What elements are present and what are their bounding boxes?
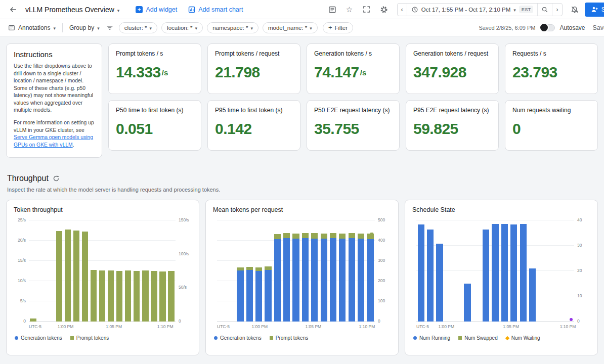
bar-segment bbox=[358, 239, 364, 322]
scorecard: Prompt tokens / request21.798 bbox=[207, 43, 300, 94]
bar-slot bbox=[29, 220, 37, 322]
bar-stack bbox=[265, 266, 271, 322]
bar-slot bbox=[546, 220, 555, 322]
annotations-button[interactable]: Annotations bbox=[5, 22, 59, 33]
bar-segment bbox=[302, 238, 309, 322]
y-axis-label: 50/s bbox=[179, 285, 187, 290]
scorecard-value-row: 14.333/s bbox=[116, 64, 194, 81]
bar-slot bbox=[435, 220, 444, 322]
bar bbox=[492, 224, 498, 322]
add-widget-label: Add widget bbox=[146, 6, 177, 13]
scorecard-label: Num requests waiting bbox=[512, 107, 590, 114]
back-button[interactable] bbox=[6, 3, 20, 17]
autosave-toggle[interactable] bbox=[540, 24, 555, 31]
square-marker bbox=[270, 336, 273, 340]
bar-slot bbox=[519, 220, 528, 322]
add-smart-chart-button[interactable]: Add smart chart bbox=[184, 4, 247, 15]
section-sync-icon[interactable] bbox=[53, 175, 60, 182]
dashboard-body: Instructions Use the filter dropdowns ab… bbox=[0, 36, 604, 364]
bars-layer bbox=[29, 220, 176, 322]
instructions-body: Use the filter dropdowns above to drill … bbox=[14, 63, 95, 114]
notifications-off-button[interactable] bbox=[568, 3, 582, 17]
group-by-button[interactable]: Group by bbox=[66, 22, 103, 33]
bar bbox=[82, 232, 88, 322]
throughput-section-header: Throughput Inspect the rate at which the… bbox=[6, 174, 598, 193]
legend-item[interactable]: Num Swapped bbox=[458, 335, 498, 341]
plot-area: UTC-51:00 PM1:05 PM1:10 PM bbox=[416, 220, 574, 322]
dashboard-title-menu[interactable]: vLLM Prometheus Overview bbox=[23, 5, 121, 15]
bar-stack bbox=[274, 234, 281, 322]
add-widget-button[interactable]: Add widget bbox=[132, 4, 181, 15]
scorecard-value-row: 0.051 bbox=[116, 120, 194, 138]
bar-segment bbox=[321, 234, 327, 239]
share-button[interactable]: Share bbox=[585, 3, 604, 17]
legend-label: Num Running bbox=[419, 335, 450, 341]
y-axis-right: 050/s100/s150/s bbox=[176, 220, 192, 322]
bar bbox=[142, 270, 148, 322]
bar-slot bbox=[141, 220, 150, 322]
bar-slot bbox=[158, 220, 167, 322]
bar-segment bbox=[237, 270, 243, 322]
bar bbox=[151, 271, 157, 322]
scorecard-label: Requests / s bbox=[512, 50, 590, 57]
dashboard-list-button[interactable] bbox=[325, 3, 339, 17]
x-axis-label: 1:10 PM bbox=[359, 324, 375, 329]
time-range-button[interactable]: Oct 17, 1:55 PM - Oct 17, 2:10 PM EST bbox=[407, 4, 537, 16]
bar-slot bbox=[264, 220, 273, 322]
bar-slot bbox=[254, 220, 263, 322]
scorecard-value: 14.333 bbox=[116, 64, 161, 81]
chevron-left-icon bbox=[401, 6, 403, 13]
legend-label: Num Swapped bbox=[464, 335, 498, 341]
bar-slot bbox=[482, 220, 491, 322]
instructions-link[interactable]: Serve Gemma open models using GPUs on GK… bbox=[14, 134, 93, 148]
chart-legend: Generation tokensPrompt tokens bbox=[14, 335, 192, 341]
legend-item[interactable]: Generation tokens bbox=[15, 335, 62, 341]
filter-chip[interactable]: location: * bbox=[161, 22, 203, 33]
scorecard-value-row: 23.793 bbox=[512, 64, 590, 81]
bar-slot bbox=[366, 220, 375, 322]
save-button[interactable]: Save bbox=[590, 24, 604, 32]
filter-chip[interactable]: cluster: * bbox=[119, 22, 157, 33]
chart-legend: Generation tokensPrompt tokens bbox=[213, 335, 391, 341]
filter-chips: cluster: *location: *namespace: *model_n… bbox=[117, 22, 320, 33]
chart-title: Mean tokens per request bbox=[213, 206, 391, 213]
filter-chip[interactable]: namespace: * bbox=[207, 22, 258, 33]
scorecard-label: P95 E2E request latency (s) bbox=[413, 107, 491, 114]
time-next-button[interactable] bbox=[552, 4, 562, 16]
legend-item[interactable]: Num Running bbox=[413, 335, 450, 341]
scorecard-value-row: 0 bbox=[512, 120, 590, 138]
legend-item[interactable]: Prompt tokens bbox=[70, 335, 109, 341]
chevron-down-icon bbox=[150, 25, 152, 31]
bar bbox=[510, 224, 517, 322]
chart-legend: Num RunningNum SwappedNum Waiting bbox=[412, 335, 590, 341]
bar-slot bbox=[310, 220, 319, 322]
add-filter-button[interactable]: Filter bbox=[323, 22, 353, 33]
y-axis-label: 10 bbox=[577, 293, 582, 298]
y-axis-left: 05/s10/s15/s20/s25/s bbox=[14, 220, 29, 322]
favorite-button[interactable]: ☆ bbox=[342, 3, 357, 17]
time-search-button[interactable] bbox=[537, 4, 552, 16]
star-icon: ☆ bbox=[346, 6, 353, 13]
legend-item[interactable]: Generation tokens bbox=[214, 335, 262, 341]
legend-item[interactable]: Prompt tokens bbox=[270, 335, 308, 341]
scorecard-label: Generation tokens / request bbox=[413, 50, 491, 57]
bar-slot bbox=[133, 220, 141, 322]
time-prev-button[interactable] bbox=[398, 4, 407, 16]
instructions-more-prefix: For more information on setting up vLLM … bbox=[14, 120, 94, 133]
annotations-icon bbox=[8, 24, 15, 31]
legend-item[interactable]: Num Waiting bbox=[506, 335, 540, 341]
filter-chip[interactable]: model_name: * bbox=[263, 22, 318, 33]
scorecard-value: 347.928 bbox=[413, 64, 466, 81]
group-by-label: Group by bbox=[69, 24, 94, 31]
y-axis-label: 100/s bbox=[179, 251, 189, 256]
saved-status: Saved 2/8/25, 6:09 PM bbox=[479, 25, 536, 31]
time-range-label: Oct 17, 1:55 PM - Oct 17, 2:10 PM bbox=[421, 7, 510, 13]
bar-stack bbox=[358, 234, 364, 322]
scorecard-label: Generation tokens / s bbox=[314, 50, 392, 57]
y-axis-label: 20/s bbox=[18, 238, 26, 243]
fullscreen-button[interactable] bbox=[360, 3, 374, 17]
scorecard: P50 time to first token (s)0.051 bbox=[108, 100, 201, 151]
bar-slot bbox=[115, 220, 124, 322]
settings-button[interactable] bbox=[377, 3, 391, 17]
filter-list-button[interactable] bbox=[104, 22, 116, 34]
